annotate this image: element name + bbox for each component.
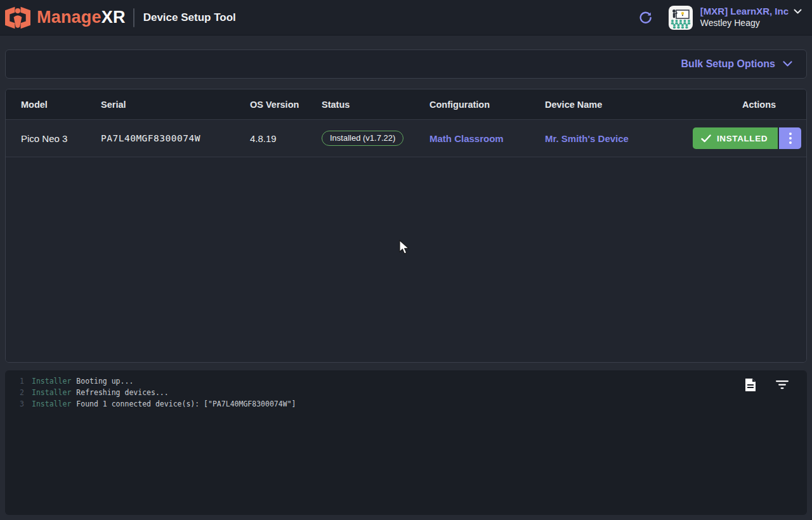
refresh-icon — [638, 10, 653, 25]
device-model: Pico Neo 3 — [16, 133, 96, 144]
kebab-icon — [789, 133, 792, 144]
column-header-actions: Actions — [707, 100, 806, 110]
bulk-setup-options-label: Bulk Setup Options — [681, 58, 775, 70]
chevron-down-icon — [783, 61, 792, 67]
log-message: Booting up... — [76, 375, 133, 387]
managexr-logo-icon — [4, 5, 32, 30]
installed-button-label: INSTALLED — [717, 134, 768, 143]
brand: ManageXR — [4, 5, 126, 30]
organization-avatar — [669, 6, 693, 30]
column-header-serial: Serial — [96, 100, 245, 110]
title-divider — [133, 8, 134, 27]
console-line: 2 Installer Refreshing devices... — [5, 387, 807, 398]
log-source: Installer — [32, 387, 71, 398]
device-serial: PA7L40MGF8300074W — [96, 133, 245, 143]
installer-console: 1 Installer Booting up... 2 Installer Re… — [5, 370, 807, 515]
filter-icon — [776, 380, 789, 389]
filter-log-button[interactable] — [775, 378, 789, 392]
top-bar: ManageXR Device Setup Tool — [0, 0, 812, 36]
device-os-version: 4.8.19 — [245, 133, 317, 144]
column-header-status: Status — [317, 100, 424, 110]
account-menu[interactable]: [MXR] LearnXR, Inc Westley Heagy — [669, 6, 802, 30]
console-line: 3 Installer Found 1 connected device(s):… — [5, 398, 807, 410]
line-number: 2 — [5, 387, 24, 398]
log-source: Installer — [32, 398, 71, 410]
installed-button[interactable]: INSTALLED — [693, 127, 778, 149]
column-header-model: Model — [16, 100, 96, 110]
organization-name: [MXR] LearnXR, Inc — [700, 6, 789, 18]
log-source: Installer — [32, 375, 71, 387]
check-icon — [701, 134, 711, 143]
console-line: 1 Installer Booting up... — [5, 375, 807, 387]
table-header-row: Model Serial OS Version Status Configura… — [6, 89, 806, 120]
refresh-button[interactable] — [637, 9, 655, 27]
brand-wordmark: ManageXR — [37, 9, 126, 26]
line-number: 3 — [5, 398, 24, 410]
status-badge: Installed (v1.7.22) — [322, 131, 403, 146]
column-header-device-name: Device Name — [540, 100, 688, 110]
column-header-configuration: Configuration — [424, 100, 540, 110]
device-configuration-link[interactable]: Math Classroom — [424, 133, 540, 144]
log-message: Refreshing devices... — [76, 387, 168, 398]
export-log-button[interactable] — [743, 378, 757, 392]
device-table: Model Serial OS Version Status Configura… — [5, 89, 807, 363]
bulk-setup-options-toggle[interactable]: Bulk Setup Options — [5, 49, 807, 79]
user-name: Westley Heagy — [700, 18, 802, 29]
document-icon — [745, 378, 756, 392]
chevron-down-icon — [794, 9, 802, 15]
table-empty-area — [6, 157, 806, 362]
table-row: Pico Neo 3 PA7L40MGF8300074W 4.8.19 Inst… — [6, 120, 806, 157]
row-actions-menu-button[interactable] — [778, 127, 801, 149]
log-message: Found 1 connected device(s): ["PA7L40MGF… — [76, 398, 296, 410]
column-header-os-version: OS Version — [245, 100, 317, 110]
page-title: Device Setup Tool — [143, 11, 236, 24]
line-number: 1 — [5, 375, 24, 387]
device-name-link[interactable]: Mr. Smith's Device — [540, 133, 688, 144]
